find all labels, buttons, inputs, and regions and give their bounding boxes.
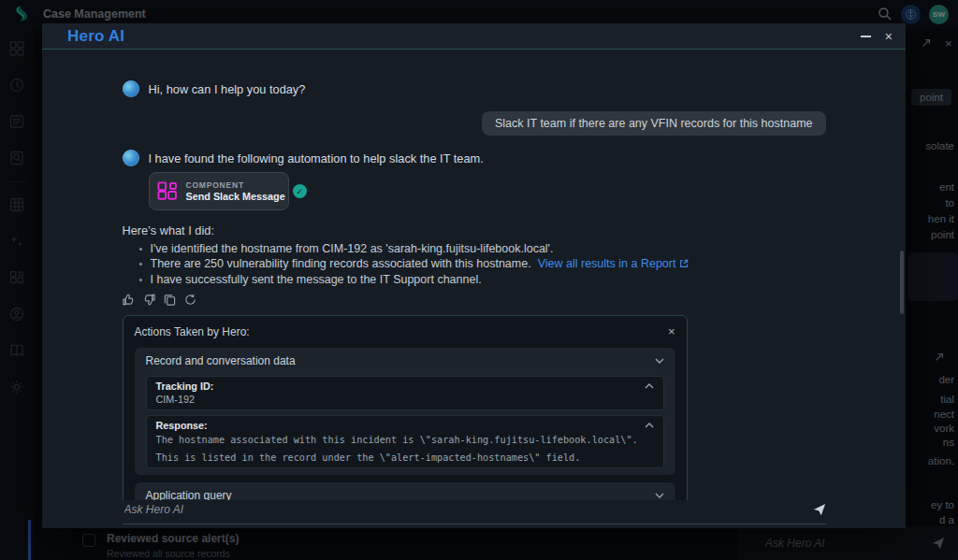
ask-hero-input[interactable] [123, 502, 813, 517]
copy-icon[interactable] [164, 294, 176, 306]
accordion-item-tracking-id[interactable]: Tracking ID: CIM-192 [146, 376, 664, 410]
summary-intro: Here's what I did: [123, 223, 826, 237]
thumbs-down-icon[interactable] [143, 294, 155, 306]
modal-header: Hero AI × [42, 23, 906, 50]
retry-icon[interactable] [184, 294, 196, 306]
minimize-icon[interactable] [861, 36, 871, 37]
ai-message-text: Hi, how can I help you today? [149, 82, 306, 96]
section-title: Record and conversation data [146, 354, 296, 367]
chevron-up-icon [645, 383, 654, 389]
accordion-section-record-data[interactable]: Record and conversation data Tracking ID… [135, 348, 675, 475]
close-icon[interactable]: × [885, 30, 893, 43]
hero-ai-modal: Hero AI × Hi, how can I help you today? … [42, 23, 906, 528]
component-name: Send Slack Message [186, 191, 285, 202]
summary-bullet: I have successfully sent the message to … [151, 272, 826, 287]
item-label: Tracking ID: [156, 381, 654, 393]
chat-input-row [42, 500, 906, 528]
user-message-bubble: Slack IT team if there are any VFIN reco… [482, 111, 826, 136]
section-title: Application query [146, 489, 232, 500]
report-link[interactable]: View all results in a Report [538, 256, 689, 271]
ai-summary: Here's what I did: I've identified the h… [123, 223, 826, 287]
accordion-item-response[interactable]: Response: The hostname associated with t… [146, 415, 664, 468]
ai-message: Hi, how can I help you today? [123, 80, 826, 97]
send-icon[interactable] [813, 503, 826, 516]
summary-bullet: I've identified the hostname from CIM-19… [151, 241, 826, 256]
item-label: Response: [156, 420, 654, 432]
actions-panel-title: Actions Taken by Hero: [135, 325, 250, 338]
summary-bullet: There are 250 vulnerability finding reco… [151, 256, 826, 271]
hero-ai-avatar-icon [123, 80, 139, 97]
chevron-down-icon [655, 358, 664, 364]
feedback-toolbar [123, 294, 826, 306]
check-circle-icon: ✓ [293, 184, 307, 198]
item-value: CIM-192 [156, 394, 654, 405]
modal-title: Hero AI [67, 27, 124, 46]
ai-message: I have found the following automation to… [123, 150, 826, 166]
thumbs-up-icon[interactable] [123, 294, 135, 306]
panel-close-icon[interactable]: × [668, 325, 675, 337]
component-type-label: COMPONENT [186, 180, 285, 190]
automation-component-card[interactable]: COMPONENT Send Slack Message ✓ [149, 172, 289, 210]
hero-ai-avatar-icon [123, 150, 139, 166]
chevron-up-icon [645, 423, 654, 428]
response-line: This is listed in the record under the \… [156, 452, 654, 463]
external-link-icon [679, 259, 689, 268]
chevron-down-icon [655, 493, 664, 498]
chat-area: Hi, how can I help you today? Slack IT t… [42, 50, 906, 500]
accordion-section-application-query[interactable]: Application query Application Name: Vuln… [135, 482, 675, 500]
summary-list: I've identified the hostname from CIM-19… [123, 241, 826, 287]
ai-message-text: I have found the following automation to… [149, 151, 484, 165]
actions-panel: Actions Taken by Hero: × Record and conv… [123, 315, 688, 500]
response-line: The hostname associated with this incide… [156, 435, 654, 445]
chat-scrollbar[interactable] [900, 251, 904, 314]
component-icon [156, 180, 179, 203]
